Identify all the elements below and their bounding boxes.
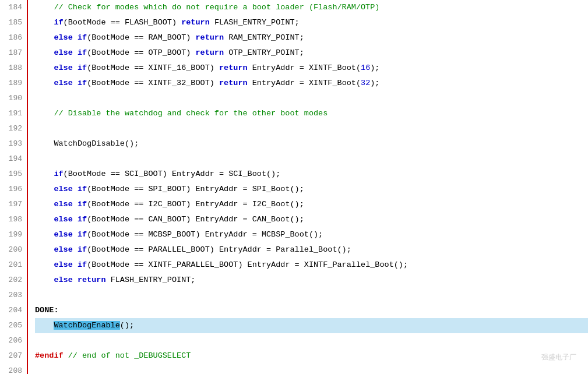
line-numbers-panel: 1841851861871881891901911921931941951961… <box>0 0 28 374</box>
code-line: // Disable the watchdog and check for th… <box>35 106 588 121</box>
code-editor: 1841851861871881891901911921931941951961… <box>0 0 588 374</box>
code-line: else if(BootMode == XINTF_16_BOOT) retur… <box>35 61 588 76</box>
code-line: #endif // end of not _DEBUGSELECT <box>35 348 588 364</box>
line-number: 191 <box>0 106 27 121</box>
code-line: else if(BootMode == XINTF_32_BOOT) retur… <box>35 76 588 91</box>
code-line: if(BootMode == FLASH_BOOT) return FLASH_… <box>35 15 588 30</box>
code-line <box>35 91 588 106</box>
line-number: 206 <box>0 333 27 348</box>
line-number: 198 <box>0 212 27 227</box>
line-number: 188 <box>0 61 27 76</box>
code-line: else if(BootMode == I2C_BOOT) EntryAddr … <box>35 197 588 212</box>
line-number: 200 <box>0 242 27 257</box>
line-number: 204 <box>0 303 27 318</box>
code-line <box>35 364 588 374</box>
code-line: else if(BootMode == OTP_BOOT) return OTP… <box>35 45 588 61</box>
code-line <box>35 121 588 136</box>
line-number: 192 <box>0 121 27 136</box>
watermark: 强盛电子厂 <box>541 352 576 362</box>
code-line: else if(BootMode == CAN_BOOT) EntryAddr … <box>35 212 588 227</box>
line-number: 187 <box>0 45 27 61</box>
line-number: 208 <box>0 364 27 374</box>
line-number: 203 <box>0 288 27 303</box>
code-line <box>35 333 588 348</box>
line-number: 190 <box>0 91 27 106</box>
line-number: 197 <box>0 197 27 212</box>
code-line: else if(BootMode == SPI_BOOT) EntryAddr … <box>35 182 588 197</box>
code-line: WatchDogDisable(); <box>35 136 588 151</box>
code-line: WatchDogEnable(); <box>35 318 588 333</box>
code-line: else if(BootMode == RAM_BOOT) return RAM… <box>35 30 588 45</box>
line-number: 202 <box>0 273 27 288</box>
line-number: 193 <box>0 136 27 151</box>
code-line: if(BootMode == SCI_BOOT) EntryAddr = SCI… <box>35 167 588 182</box>
line-number: 199 <box>0 227 27 242</box>
code-line <box>35 288 588 303</box>
code-line: else if(BootMode == MCBSP_BOOT) EntryAdd… <box>35 227 588 242</box>
line-number: 196 <box>0 182 27 197</box>
code-line: else if(BootMode == PARALLEL_BOOT) Entry… <box>35 242 588 257</box>
code-line: DONE: <box>35 303 588 318</box>
line-number: 195 <box>0 167 27 182</box>
line-number: 184 <box>0 0 27 15</box>
line-number: 201 <box>0 257 27 273</box>
line-number: 205 <box>0 318 27 333</box>
code-line: // Check for modes which do not require … <box>35 0 588 15</box>
line-number: 194 <box>0 151 27 167</box>
code-line: else if(BootMode == XINTF_PARALLEL_BOOT)… <box>35 257 588 273</box>
line-number: 185 <box>0 15 27 30</box>
code-line <box>35 151 588 167</box>
line-number: 207 <box>0 348 27 364</box>
code-content: // Check for modes which do not require … <box>28 0 588 374</box>
line-number: 189 <box>0 76 27 91</box>
code-line: else return FLASH_ENTRY_POINT; <box>35 273 588 288</box>
line-number: 186 <box>0 30 27 45</box>
